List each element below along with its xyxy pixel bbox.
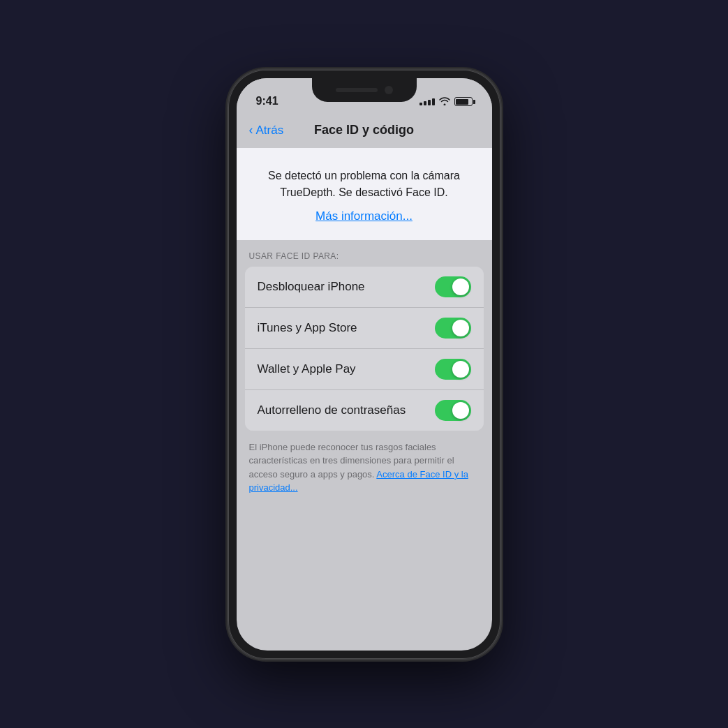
page-title: Face ID y código <box>314 123 414 138</box>
back-label: Atrás <box>256 124 284 138</box>
notch <box>312 78 417 102</box>
toggle-thumb <box>452 361 469 378</box>
battery-icon <box>454 97 473 106</box>
toggle-wallet-applepay[interactable] <box>435 359 471 380</box>
toggle-thumb <box>452 402 469 419</box>
mute-button <box>225 181 228 207</box>
signal-icon <box>419 98 435 105</box>
navigation-bar: ‹ Atrás Face ID y código <box>237 113 492 148</box>
phone-screen: 9:41 <box>237 78 492 651</box>
main-content: Se detectó un problema con la cámara Tru… <box>237 148 492 651</box>
phone-device: 9:41 <box>228 70 500 659</box>
status-icons <box>419 96 473 107</box>
setting-label-unlock: Desbloquear iPhone <box>258 280 365 294</box>
status-time: 9:41 <box>256 95 278 107</box>
list-item: Wallet y Apple Pay <box>245 349 484 390</box>
volume-down-button <box>225 276 228 323</box>
list-item: iTunes y App Store <box>245 308 484 349</box>
list-item: Desbloquear iPhone <box>245 267 484 308</box>
front-camera <box>385 86 393 94</box>
alert-message: Se detectó un problema con la cámara Tru… <box>253 168 475 201</box>
settings-section: USAR FACE ID PARA: Desbloquear iPhone iT… <box>237 240 492 509</box>
toggle-itunes-appstore[interactable] <box>435 318 471 339</box>
toggle-autofill-passwords[interactable] <box>435 400 471 421</box>
toggle-thumb <box>452 278 469 295</box>
section-header: USAR FACE ID PARA: <box>237 251 492 267</box>
setting-label-itunes: iTunes y App Store <box>258 321 357 335</box>
setting-label-wallet: Wallet y Apple Pay <box>258 362 356 376</box>
settings-group: Desbloquear iPhone iTunes y App Store <box>245 267 484 431</box>
alert-box: Se detectó un problema con la cámara Tru… <box>237 148 492 240</box>
setting-label-autofill: Autorrelleno de contraseñas <box>258 403 406 417</box>
power-button <box>500 206 503 276</box>
phone-frame: 9:41 <box>228 70 500 659</box>
back-button[interactable]: ‹ Atrás <box>249 123 284 138</box>
wifi-icon <box>439 96 450 107</box>
volume-up-button <box>225 220 228 267</box>
alert-link[interactable]: Más información... <box>315 209 413 223</box>
footer-text: El iPhone puede reconocer tus rasgos fac… <box>237 431 492 509</box>
speaker <box>336 88 378 92</box>
chevron-left-icon: ‹ <box>249 123 253 138</box>
toggle-unlock-iphone[interactable] <box>435 276 471 297</box>
list-item: Autorrelleno de contraseñas <box>245 390 484 431</box>
toggle-thumb <box>452 320 469 336</box>
